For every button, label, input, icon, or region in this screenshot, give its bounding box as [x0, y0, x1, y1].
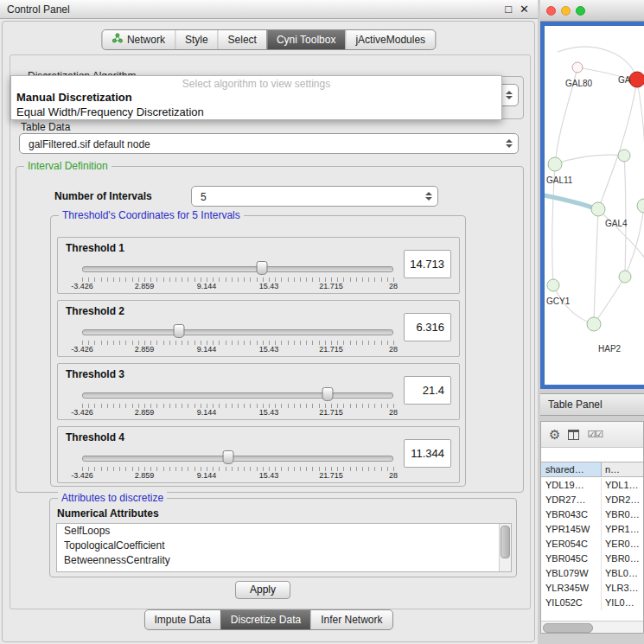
- tab-select[interactable]: Select: [218, 30, 266, 49]
- table-row[interactable]: YDL19…YDL1…: [541, 478, 643, 493]
- column-header-name[interactable]: n…: [602, 462, 643, 476]
- table-row[interactable]: YIL052CYIL0…: [541, 596, 643, 610]
- table-horizontal-scrollbar[interactable]: [541, 621, 643, 633]
- cell[interactable]: YDR2…: [602, 493, 643, 507]
- scrollbar-thumb[interactable]: [543, 623, 593, 633]
- threshold-2-slider[interactable]: [82, 323, 393, 339]
- slider-scale: -3.426 2.859 9.144 15.43 21.715 28: [82, 471, 393, 481]
- cell[interactable]: YDR27…: [541, 493, 602, 507]
- tab-network[interactable]: Network: [102, 30, 175, 49]
- cell[interactable]: YBR043C: [541, 507, 602, 522]
- tab-discretize-data[interactable]: Discretize Data: [220, 610, 310, 629]
- list-item[interactable]: BetweennessCentrality: [57, 553, 511, 568]
- table-row[interactable]: YBL079WYBL0…: [541, 566, 643, 581]
- cell[interactable]: YBL0…: [602, 566, 643, 581]
- dropdown-option-manual-discretization[interactable]: Manual Discretization: [11, 90, 501, 105]
- threshold-3-slider[interactable]: [82, 386, 393, 402]
- slider-track[interactable]: [82, 329, 393, 335]
- cell[interactable]: YDL1…: [602, 478, 643, 493]
- minimize-traffic-light-icon[interactable]: [561, 6, 571, 16]
- cell[interactable]: YBL079W: [541, 566, 602, 581]
- zoom-traffic-light-icon[interactable]: [576, 6, 585, 16]
- threshold-3-value-field[interactable]: 21.4: [404, 376, 451, 405]
- slider-thumb[interactable]: [173, 324, 184, 338]
- table-row[interactable]: YBR045CYBR0…: [541, 552, 643, 566]
- cell[interactable]: YIL0…: [602, 596, 643, 610]
- table-row[interactable]: YLR345WYLR3…: [541, 581, 643, 596]
- slider-thumb[interactable]: [256, 261, 267, 275]
- cell[interactable]: YBR045C: [541, 552, 602, 566]
- slider-track[interactable]: [82, 456, 393, 462]
- network-nodes[interactable]: [547, 62, 644, 331]
- table-row[interactable]: YPR145WYPR1…: [541, 522, 643, 537]
- attributes-group-title: Attributes to discretize: [58, 492, 167, 504]
- cell[interactable]: YLR3…: [602, 581, 643, 596]
- top-tab-bar: Network Style Select Cyni Toolbox jActiv…: [101, 29, 436, 50]
- selected-node[interactable]: [629, 72, 644, 87]
- slider-track[interactable]: [82, 392, 393, 399]
- node[interactable]: [619, 271, 631, 283]
- apply-button[interactable]: Apply: [235, 581, 290, 599]
- dropdown-placeholder-option[interactable]: Select algorithm to view settings: [11, 76, 501, 90]
- list-item[interactable]: TopologicalCoefficient: [57, 539, 511, 553]
- control-panel-titlebar: Control Panel □ ✕: [0, 0, 538, 19]
- threshold-1-value-field[interactable]: 14.713: [404, 250, 451, 278]
- slider-thumb[interactable]: [223, 450, 234, 464]
- tab-style[interactable]: Style: [175, 30, 218, 49]
- node[interactable]: [548, 157, 562, 171]
- cell[interactable]: YLR345W: [541, 581, 602, 596]
- tab-jactivemodules[interactable]: jActiveModules: [345, 30, 435, 49]
- column-header-shared[interactable]: shared…: [541, 462, 602, 476]
- threshold-2-value-field[interactable]: 6.316: [404, 313, 451, 341]
- tab-impute-data[interactable]: Impute Data: [144, 610, 220, 629]
- slider-track[interactable]: [82, 266, 393, 272]
- node[interactable]: [572, 62, 583, 73]
- network-view-frame: GAL80 GA GAL11 GAL4 GCY1 HAP2: [540, 22, 644, 389]
- close-traffic-light-icon[interactable]: [546, 6, 556, 16]
- scale-label: 9.144: [197, 345, 217, 354]
- cell[interactable]: YIL052C: [541, 596, 602, 610]
- columns-icon[interactable]: [568, 430, 579, 440]
- cell[interactable]: YPR145W: [541, 522, 602, 537]
- table-data-combo[interactable]: galFiltered.sif default node: [19, 133, 519, 154]
- list-item[interactable]: SelfLoops: [57, 524, 511, 539]
- table-row[interactable]: YER054CYER0…: [541, 537, 643, 552]
- table-row[interactable]: YBR043CYBR0…: [541, 507, 643, 522]
- cell[interactable]: YDL19…: [541, 478, 602, 493]
- threshold-4-value-field[interactable]: 11.344: [404, 439, 451, 468]
- dropdown-option-equal-width[interactable]: Equal Width/Frequency Discretization: [11, 105, 501, 119]
- cell[interactable]: YPR1…: [602, 522, 643, 537]
- threshold-3-panel: Threshold 3 -3.426 2.859 9.144 15.43: [57, 363, 460, 420]
- float-window-icon[interactable]: □: [505, 0, 512, 19]
- node[interactable]: [547, 279, 559, 291]
- node[interactable]: [587, 317, 601, 331]
- numerical-attributes-list[interactable]: SelfLoops TopologicalCoefficient Between…: [56, 523, 512, 572]
- network-canvas[interactable]: GAL80 GA GAL11 GAL4 GCY1 HAP2: [545, 26, 644, 385]
- node[interactable]: [618, 150, 630, 162]
- close-icon[interactable]: ✕: [520, 0, 529, 19]
- threshold-4-panel: Threshold 4 -3.426 2.859 9.144 15.43: [57, 426, 460, 483]
- threshold-4-slider[interactable]: [82, 450, 393, 465]
- slider-thumb[interactable]: [322, 387, 334, 401]
- tab-cyni-toolbox[interactable]: Cyni Toolbox: [266, 30, 345, 49]
- scale-label: 28: [389, 345, 398, 354]
- cell[interactable]: YER0…: [602, 537, 643, 552]
- scale-label: -3.426: [71, 282, 93, 290]
- select-columns-icon[interactable]: ☑☑: [587, 430, 603, 439]
- tab-infer-network[interactable]: Infer Network: [310, 610, 392, 629]
- cell[interactable]: YBR0…: [602, 552, 643, 566]
- tab-network-label: Network: [127, 30, 165, 49]
- scrollbar-thumb[interactable]: [501, 526, 510, 558]
- node[interactable]: [591, 202, 605, 216]
- interval-definition-group: Interval Definition Number of Intervals …: [16, 166, 524, 493]
- node[interactable]: [637, 199, 644, 213]
- number-of-intervals-combo[interactable]: 5: [191, 186, 438, 207]
- cell[interactable]: YER054C: [541, 537, 602, 552]
- bottom-tab-bar: Impute Data Discretize Data Infer Networ…: [143, 609, 392, 630]
- list-vertical-scrollbar[interactable]: [499, 524, 511, 571]
- gear-icon[interactable]: ⚙: [549, 428, 560, 441]
- panel-title: Control Panel: [0, 3, 70, 16]
- cell[interactable]: YBR0…: [602, 507, 643, 522]
- threshold-1-slider[interactable]: [82, 260, 393, 276]
- table-row[interactable]: YDR27…YDR2…: [541, 493, 643, 507]
